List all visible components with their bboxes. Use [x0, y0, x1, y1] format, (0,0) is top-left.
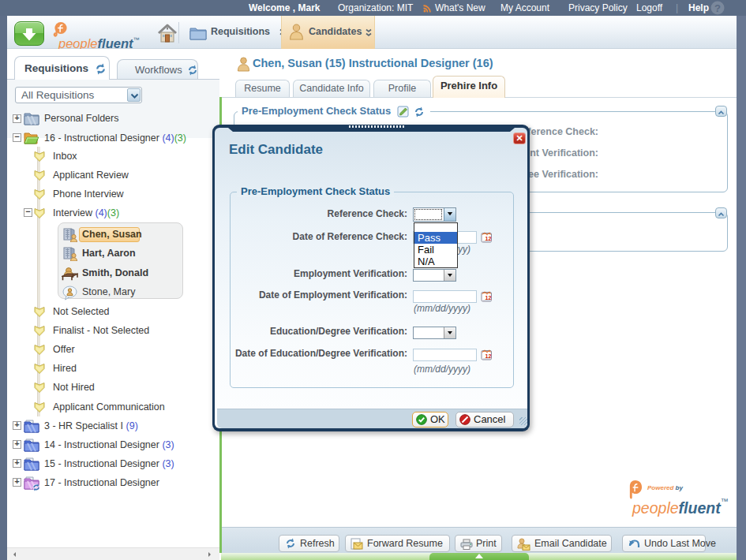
svg-text:12: 12	[485, 236, 492, 241]
svg-text:?: ?	[714, 2, 721, 14]
svg-text:12: 12	[485, 295, 492, 301]
svg-text:12: 12	[485, 353, 492, 359]
